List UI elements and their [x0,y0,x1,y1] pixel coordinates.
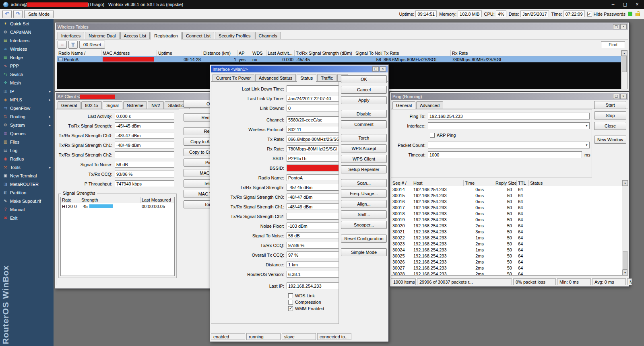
column-header[interactable]: AP [237,50,251,56]
sidebar-item[interactable]: ◉ Radius [0,154,54,163]
tab[interactable]: NV2 [148,101,163,109]
sidebar-item[interactable]: ▤ Log [0,146,54,154]
dialog-button[interactable]: Align... [341,200,387,208]
dialog-button[interactable]: WPS Client [341,155,387,163]
close-button[interactable]: × [631,0,643,8]
sidebar-item[interactable]: ▤ Interfaces [0,36,54,45]
dropdown-icon[interactable]: ▼ [585,124,588,127]
tab[interactable]: Channels [255,32,281,39]
column-header[interactable]: Time [464,180,494,186]
column-selector-button[interactable]: ▼ [174,197,175,203]
ping-result-row[interactable]: 30025 192.168.254.233 2ms 50 64 [391,253,622,259]
sidebar-item[interactable]: ✖ Exit [0,214,54,222]
hide-passwords-toggle[interactable]: Hide Passwords [587,12,625,16]
scrollbar-thumb[interactable] [622,56,627,72]
close-button[interactable]: × [620,94,627,99]
checkbox[interactable] [288,300,293,305]
dialog-button[interactable]: Scan... [341,179,387,187]
ping-result-row[interactable]: 30015 192.168.254.233 0ms 50 64 [391,192,622,198]
sidebar-item[interactable]: ≣ Queues [0,129,54,138]
column-header[interactable]: Last Measured [140,197,174,203]
tab[interactable]: Security Profiles [215,32,254,39]
dropdown-icon[interactable]: ▼ [585,144,588,146]
sidebar-item[interactable]: ◈ MPLS [0,95,54,104]
ping-result-row[interactable]: 30023 192.168.254.233 2ms 50 64 [391,241,622,247]
tab[interactable]: 802.1x [81,101,102,109]
checkbox[interactable] [288,293,293,298]
tab[interactable]: Nstreme [123,101,147,109]
sidebar-item[interactable]: ⇅ Routing [0,112,54,121]
scrollbar-track[interactable] [621,56,627,89]
dialog-button[interactable]: OK [341,75,387,83]
dialog-button[interactable]: Snooper... [341,221,387,229]
dialog-button[interactable]: Stop [594,111,626,119]
ping-result-row[interactable]: 30018 192.168.254.233 0ms 50 64 [391,210,622,216]
column-header[interactable]: Tx/Rx Signal Strength (dBm) [295,50,354,56]
undo-button[interactable]: ↶ [2,10,12,18]
sidebar-item[interactable]: ✣ Mesh [0,78,54,87]
scrollbar-thumb[interactable] [623,251,627,270]
timeout-input[interactable]: 1000 [428,151,582,158]
table-scrollbar[interactable]: ▼ ▼ [622,180,628,275]
wireless-tables-titlebar[interactable]: Wireless Tables ▢ × [56,23,628,30]
sidebar-item[interactable]: ⚙ System [0,121,54,129]
tab[interactable]: Interfaces [58,32,84,39]
checkbox[interactable] [288,306,293,311]
tab[interactable]: Current Tx Power [213,74,254,81]
ping-result-row[interactable]: 30028 192.168.254.233 2ms 50 64 [391,271,622,275]
tab[interactable]: Advanced Status [255,74,296,81]
tab[interactable]: Access List [120,32,150,39]
dialog-button[interactable]: Torch [341,134,387,142]
ping-result-row[interactable]: 30022 192.168.254.233 1ms 50 64 [391,235,622,241]
tab[interactable]: General [392,101,415,109]
ping-result-row[interactable]: 30020 192.168.254.233 2ms 50 64 [391,222,622,229]
redo-button[interactable]: ↷ [13,10,23,18]
table-scrollbar[interactable]: ▼ [621,50,627,89]
sidebar-item[interactable]: ∿ PPP [0,62,54,70]
sidebar-item[interactable]: ▦ Bridge [0,53,54,62]
dialog-button[interactable]: Disable [341,110,387,118]
safe-mode-button[interactable]: Safe Mode [24,10,54,18]
dialog-button[interactable]: Comment [341,120,387,128]
ping-result-row[interactable]: 30026 192.168.254.233 2ms 50 64 [391,259,622,265]
column-header[interactable]: Signal To Noise (d... [354,50,382,56]
column-selector-button[interactable]: ▼ [622,180,628,186]
dialog-button[interactable]: Start [594,101,626,109]
checkbox-row[interactable]: WMM Enabled [288,305,336,312]
maximize-button[interactable]: ▢ [613,24,619,29]
column-header[interactable]: Strength [80,197,140,203]
maximize-button[interactable]: ▢ [372,66,379,72]
interface-titlebar[interactable]: Interface <wlan1> ▢ × [211,66,388,72]
arp-ping-toggle[interactable]: ARP Ping [430,132,590,138]
tab[interactable]: Connect List [182,32,214,39]
tab[interactable]: Signal [103,101,122,109]
dialog-button[interactable]: Sniff... [341,210,387,218]
ping-result-row[interactable]: 30027 192.168.254.233 2ms 50 64 [391,265,622,271]
sidebar-item[interactable]: ✎ Make Supout.rif [0,197,54,205]
minimize-button[interactable]: – [607,0,619,8]
tab[interactable]: Advanced [416,101,443,109]
ping-result-row[interactable]: 30019 192.168.254.233 0ms 50 64 [391,216,622,222]
dialog-button[interactable]: Simple Mode [341,248,387,256]
sidebar-item[interactable]: ▥ Files [0,138,54,146]
ping-result-row[interactable]: 30017 192.168.254.233 0ms 50 64 [391,204,622,210]
ping-titlebar[interactable]: Ping (Running) ▢ × [391,93,628,100]
sidebar-item[interactable]: ◧ Partition [0,188,54,197]
maximize-button[interactable]: ▢ [619,0,631,8]
interface-dropdown[interactable]: ▼ [428,122,590,129]
column-header[interactable]: Uptime [157,50,202,56]
dialog-button[interactable]: WPS Accept [341,144,387,152]
sidebar-item[interactable]: ✶ Quick Set [0,19,54,28]
sidebar-item[interactable]: ◫ IP [0,87,54,95]
ping-result-row[interactable]: 30021 192.168.254.233 3ms 50 64 [391,229,622,235]
arp-ping-checkbox[interactable] [430,133,435,138]
ping-result-row[interactable]: 30016 192.168.254.233 0ms 50 64 [391,198,622,204]
tab[interactable]: Traffic [317,74,336,81]
sidebar-item[interactable]: ⚒ Tools [0,163,54,171]
sidebar-item[interactable]: ▣ New Terminal [0,171,54,180]
sidebar-item[interactable]: ≋ Wireless [0,45,54,53]
dialog-button[interactable]: Reset Configuration [341,235,387,243]
sidebar-item[interactable]: ⚙ CAPsMAN [0,28,54,36]
column-header[interactable]: TTL [517,180,529,186]
packet-count-input[interactable]: ▼ [428,142,590,148]
